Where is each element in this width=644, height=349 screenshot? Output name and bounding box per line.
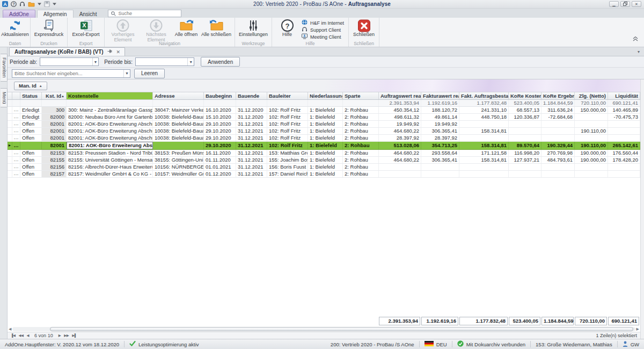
scrollbar-thumb[interactable] (50, 327, 633, 331)
chevron-down-icon[interactable] (38, 3, 41, 5)
anwenden-button[interactable]: Anwenden (201, 57, 240, 67)
column-header-fb[interactable]: Fakt. Auftragsbestand (459, 92, 509, 99)
table-row[interactable]: …Offen8200182001: AOK-Büro Erweiterung A… (8, 128, 640, 135)
support-client-link[interactable]: Support Client (302, 27, 344, 33)
cell-dots[interactable]: … (12, 114, 20, 120)
language-indicator[interactable]: DEU (425, 341, 447, 347)
cell-dots[interactable]: … (12, 157, 20, 163)
column-header-bauende[interactable]: Bauende (236, 92, 267, 99)
alle-schliessen-button[interactable]: Alle schließen (200, 18, 233, 38)
chevron-down-icon[interactable]: ▼ (123, 70, 130, 77)
search-combo[interactable]: ▼ (12, 69, 130, 78)
help-icon[interactable]: ? (11, 1, 17, 7)
next-page-button[interactable]: ▶▶ (64, 333, 69, 338)
collapse-ribbon-icon[interactable] (632, 34, 639, 43)
tab-allgemein[interactable]: Allgemein (37, 10, 74, 18)
cell-dots[interactable]: … (12, 164, 20, 170)
column-header-niederlassung[interactable]: Niederlassung (308, 92, 343, 99)
column-header-dots[interactable] (12, 92, 20, 99)
cell-dots[interactable]: … (12, 107, 20, 113)
table-row-selected[interactable]: ►…8200182001: AOK-Büro Erweiterung Absch… (8, 142, 640, 150)
cell-status (20, 142, 42, 149)
cell-dots[interactable]: … (12, 150, 20, 156)
cell-zlg (575, 171, 608, 177)
tab-addone[interactable]: AddOne (3, 10, 35, 18)
hilfe-button[interactable]: ? Hilfe (274, 18, 301, 38)
prev-record-button[interactable]: ◀ (27, 333, 30, 338)
periode-ab-input[interactable] (40, 58, 92, 66)
save-icon[interactable] (44, 1, 50, 7)
leeren-button[interactable]: Leeren (134, 69, 165, 78)
cell-dots[interactable]: … (12, 135, 20, 141)
scrollbar-track[interactable] (12, 327, 635, 331)
column-header-adresse[interactable]: Adresse (153, 92, 204, 99)
periode-bis-input[interactable] (136, 58, 187, 66)
sidebar-tab-menue[interactable]: Menü (1, 88, 8, 108)
restore-button[interactable] (620, 1, 630, 7)
hf-im-internet-link[interactable]: H&F im Internet (302, 20, 344, 26)
alle-oeffnen-button[interactable]: Alle öffnen (173, 18, 200, 38)
meeting-client-link[interactable]: Meeting Client (302, 34, 344, 40)
tab-ansicht[interactable]: Ansicht (74, 10, 103, 18)
tab-list-chevron-icon[interactable]: ▾ (638, 49, 640, 54)
minimize-button[interactable]: ▁ (609, 1, 619, 7)
column-header-baubeginn[interactable]: Baubeginn (204, 92, 236, 99)
table-row[interactable]: …Erledigt8200082000: Neubau Büro Amt für… (8, 114, 640, 121)
cell-ind (8, 121, 12, 127)
schliessen-button[interactable]: Schließen (350, 18, 377, 38)
close-window-button[interactable]: ✕ (632, 1, 641, 7)
periode-ab-combo[interactable]: ▼ (40, 57, 99, 66)
column-header-fw[interactable]: Fakturawert real (421, 92, 459, 99)
table-row[interactable]: …Erledigt300300: Mainz - Zentralkläranla… (8, 107, 640, 114)
expressdruck-button[interactable]: Expressdruck (32, 18, 65, 38)
chevron-down-icon[interactable] (53, 3, 56, 5)
cell-dots[interactable]: … (12, 121, 20, 127)
next-record-button[interactable]: ▶ (58, 333, 61, 338)
table-row[interactable]: …Offen8215382153: Preussen Stadion - Nor… (8, 150, 640, 157)
chevron-down-icon[interactable]: ▼ (187, 58, 194, 66)
search-input[interactable] (12, 70, 123, 77)
pin-icon[interactable] (107, 49, 113, 55)
prev-page-button[interactable]: ◀◀ (19, 333, 24, 338)
column-header-kk[interactable]: KoRe Kosten (509, 92, 541, 99)
first-record-button[interactable]: ▐◀ (11, 333, 16, 338)
headset-icon[interactable] (19, 1, 25, 7)
user-badge[interactable]: GW (623, 341, 639, 348)
chevron-down-icon[interactable]: ▼ (92, 58, 99, 66)
document-tab-auftragsanalyse[interactable]: Auftragsanalyse (KoRe / BAB) (VT) ✕ (9, 47, 125, 56)
column-header-kostenstelle[interactable]: Kostenstelle (67, 92, 153, 99)
ribbon-search-input[interactable] (118, 11, 178, 16)
column-header-lq[interactable]: Liquidität (608, 92, 640, 99)
scroll-right-icon[interactable]: ▶ (636, 326, 639, 332)
einstellungen-button[interactable]: Einstellungen (237, 18, 270, 38)
vertical-scrollbar[interactable] (640, 79, 644, 339)
table-row[interactable]: …Offen8215682156: Albrecht-Dürer-Haus Er… (8, 164, 640, 171)
horizontal-scrollbar[interactable]: ◀ ▶ (9, 326, 639, 332)
cell-dots[interactable]: … (12, 171, 20, 177)
table-row[interactable]: …Offen8200182001: AOK-Büro Erweiterung A… (8, 121, 640, 128)
column-header-ke[interactable]: KoRe Ergebnis (541, 92, 575, 99)
cell-dots[interactable]: … (12, 128, 20, 134)
column-header-sparte[interactable]: Sparte (343, 92, 379, 99)
column-header-status[interactable]: Status (20, 92, 42, 99)
last-record-button[interactable]: ▶▌ (72, 333, 77, 338)
aktualisieren-button[interactable]: Aktualisieren (2, 18, 28, 38)
folder-icon[interactable] (28, 2, 35, 7)
table-row[interactable]: …Offen8215782157: Weidmüller GmbH & Co K… (8, 171, 640, 178)
cell-dots[interactable]: … (12, 142, 20, 149)
sidebar-tab-favoriten[interactable]: Favoriten (1, 54, 8, 82)
table-row[interactable]: …Offen8215582155: Universität Göttingen … (8, 157, 640, 164)
column-header-ind[interactable] (8, 92, 12, 99)
column-header-aw[interactable]: Auftragswert real (379, 92, 421, 99)
excel-export-button[interactable]: X Excel-Export (69, 18, 103, 38)
ribbon-search-box[interactable] (108, 10, 181, 17)
column-header-kstid[interactable]: Kst. Id▲ (42, 92, 67, 99)
periode-bis-combo[interactable]: ▼ (135, 57, 194, 66)
tab-close-icon[interactable]: ✕ (116, 49, 121, 55)
column-header-bauleiter[interactable]: Bauleiter (267, 92, 308, 99)
table-row[interactable]: …Offen8200182001: AOK-Büro Erweiterung A… (8, 135, 640, 142)
app-logo-icon[interactable]: A (2, 1, 8, 7)
group-by-man-id-button[interactable]: Man. Id ▲ (14, 82, 47, 90)
column-header-zlg[interactable]: Zlg. (Netto) (575, 92, 608, 99)
scroll-left-icon[interactable]: ◀ (9, 326, 11, 332)
